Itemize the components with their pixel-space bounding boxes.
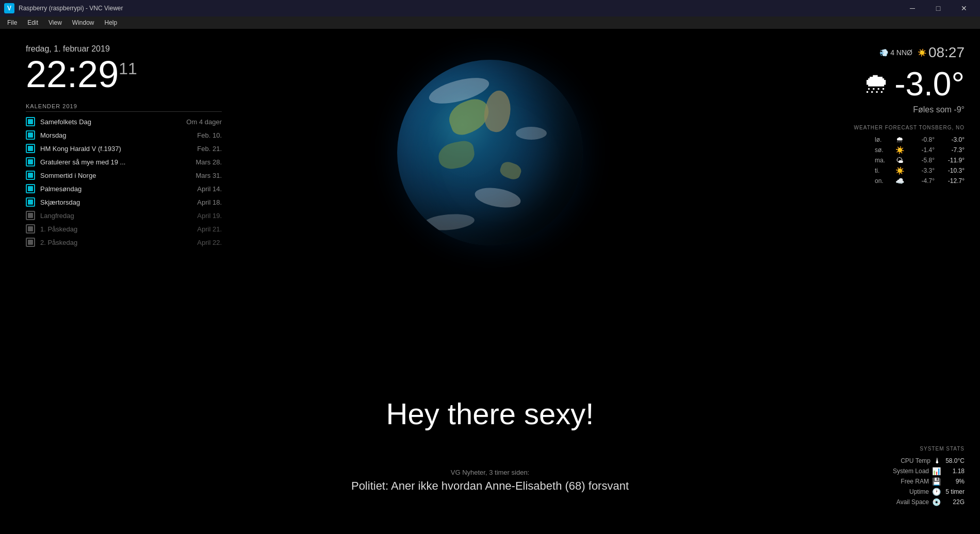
cpu-temp-label: CPU Temp [901, 457, 930, 464]
app-icon: V [4, 3, 14, 13]
forecast-temp-high: -12.7° [939, 177, 965, 185]
weather-current: 💨 4 NNØ ☀️ 08:27 🌨 -3.0° Føles som -9° [841, 44, 965, 114]
calendar-event-name: 1. Påskedag [40, 225, 197, 233]
clock-icon: 🕐 [932, 488, 941, 496]
free-ram-label: Free RAM [901, 478, 929, 485]
calendar-row: Gratulerer så mye med 19 ...Mars 28. [26, 155, 222, 169]
calendar-event-name: Samefolkets Dag [40, 118, 186, 126]
calendar-icon [26, 238, 35, 247]
forecast-row: on.☁️-4.7°-12.7° [841, 176, 965, 186]
date-display: fredag, 1. februar 2019 [26, 44, 222, 54]
forecast-row: lø.🌨-0.8°-3.0° [841, 135, 965, 145]
news-bar: VG Nyheter, 3 timer siden: Politiet: Ane… [309, 469, 671, 493]
forecast-icon: ☀️ [894, 166, 905, 175]
calendar-event-date: April 22. [197, 239, 222, 246]
free-ram-value: 9% [944, 478, 965, 485]
calendar-event-name: Palmesøndag [40, 185, 197, 193]
calendar-event-name: Morsdag [40, 131, 197, 139]
uptime-label: Uptime [909, 488, 929, 495]
menu-edit[interactable]: Edit [22, 16, 43, 29]
calendar-event-date: Feb. 21. [197, 145, 222, 153]
system-load-label: System Load [893, 468, 929, 475]
stats-title: SYSTEM STATS [851, 446, 965, 452]
weather-top-row: 💨 4 NNØ ☀️ 08:27 [841, 44, 965, 61]
forecast-day: lø. [875, 136, 890, 143]
continent-4 [498, 160, 523, 181]
menu-view[interactable]: View [43, 16, 67, 29]
cpu-temp-row: CPU Temp 🌡 58.0°C [851, 457, 965, 465]
forecast-icon: 🌨 [894, 136, 905, 144]
sunrise-icon: ☀️ [918, 48, 926, 57]
earth-globe-container [397, 60, 583, 245]
forecast-row: ti.☀️-3.3°-10.3° [841, 165, 965, 176]
cloud-2 [473, 185, 522, 210]
calendar-event-date: April 14. [197, 185, 222, 193]
continent-3 [436, 139, 477, 171]
minimize-button[interactable]: ─ [901, 0, 924, 16]
ram-icon: 💾 [932, 477, 941, 486]
wind-value: 4 NNØ [890, 48, 912, 57]
calendar-event-name: Gratulerer så mye med 19 ... [40, 158, 195, 166]
menu-help[interactable]: Help [100, 16, 123, 29]
main-content: fredag, 1. februar 2019 22:2911 KALENDER… [0, 29, 980, 534]
calendar-icon [26, 171, 35, 180]
calendar-section: KALENDER 2019 Samefolkets DagOm 4 dagerM… [26, 103, 222, 249]
greeting-text: Hey there sexy! [386, 396, 594, 431]
current-weather-icon: 🌨 [863, 71, 889, 97]
title-bar: V Raspberry (raspberrypi) - VNC Viewer ─… [0, 0, 980, 16]
sunrise-info: ☀️ 08:27 [918, 44, 965, 61]
calendar-row: SkjærtorsdagApril 18. [26, 195, 222, 209]
time-seconds: 11 [119, 59, 137, 78]
calendar-event-date: Om 4 dager [186, 118, 222, 126]
close-button[interactable]: ✕ [952, 0, 976, 16]
forecast-icon: ☀️ [894, 146, 905, 154]
forecast-temp-low: -0.8° [909, 136, 935, 143]
news-source: VG Nyheter, 3 timer siden: [309, 469, 671, 476]
calendar-icon [26, 211, 35, 220]
calendar-icon [26, 184, 35, 193]
maximize-button[interactable]: □ [926, 0, 950, 16]
cloud-4 [422, 212, 475, 232]
forecast-day: ti. [875, 167, 890, 174]
calendar-event-date: April 21. [197, 225, 222, 233]
cloud-3 [516, 127, 547, 140]
sunrise-time: 08:27 [928, 44, 965, 61]
cpu-temp-value: 58.0°C [944, 457, 965, 464]
calendar-event-name: Skjærtorsdag [40, 198, 197, 206]
calendar-event-name: HM Kong Harald V (f.1937) [40, 145, 197, 153]
forecast-temp-low: -4.7° [909, 177, 935, 185]
calendar-row: Samefolkets DagOm 4 dager [26, 115, 222, 128]
wind-info: 💨 4 NNØ [879, 48, 912, 57]
right-panel: 💨 4 NNØ ☀️ 08:27 🌨 -3.0° Føles som -9° W… [841, 44, 965, 186]
wind-icon: 💨 [879, 48, 888, 57]
calendar-icon [26, 130, 35, 140]
calendar-row: HM Kong Harald V (f.1937)Feb. 21. [26, 142, 222, 155]
forecast-temp-low: -5.8° [909, 157, 935, 164]
free-ram-row: Free RAM 💾 9% [851, 477, 965, 486]
calendar-event-date: Mars 28. [195, 158, 222, 166]
left-panel: fredag, 1. februar 2019 22:2911 KALENDER… [26, 44, 222, 249]
calendar-row: 2. PåskedagApril 22. [26, 236, 222, 249]
time-hours-minutes: 22:29 [26, 54, 119, 95]
system-load-value: 1.18 [944, 468, 965, 475]
forecast-temp-high: -11.9° [939, 157, 965, 164]
system-load-row: System Load 📊 1.18 [851, 467, 965, 475]
calendar-event-date: April 19. [197, 212, 222, 220]
disk-icon: 💿 [932, 498, 941, 506]
menu-file[interactable]: File [2, 16, 22, 29]
calendar-row: PalmesøndagApril 14. [26, 182, 222, 195]
window-controls: ─ □ ✕ [901, 0, 976, 16]
calendar-event-date: Feb. 10. [197, 131, 222, 139]
forecast-temp-high: -3.0° [939, 136, 965, 143]
earth-globe [397, 60, 583, 245]
window-title: Raspberry (raspberrypi) - VNC Viewer [19, 5, 901, 12]
menu-window[interactable]: Window [67, 16, 100, 29]
forecast-table: lø.🌨-0.8°-3.0°sø.☀️-1.4°-7.3°ma.🌤-5.8°-1… [841, 135, 965, 186]
calendar-event-date: April 18. [197, 198, 222, 206]
calendar-icon [26, 117, 35, 126]
thermometer-icon: 🌡 [934, 457, 941, 465]
forecast-temp-high: -10.3° [939, 167, 965, 174]
calendar-row: LangfredagApril 19. [26, 209, 222, 222]
forecast-day: ma. [875, 157, 890, 164]
calendar-event-name: Langfredag [40, 212, 197, 220]
